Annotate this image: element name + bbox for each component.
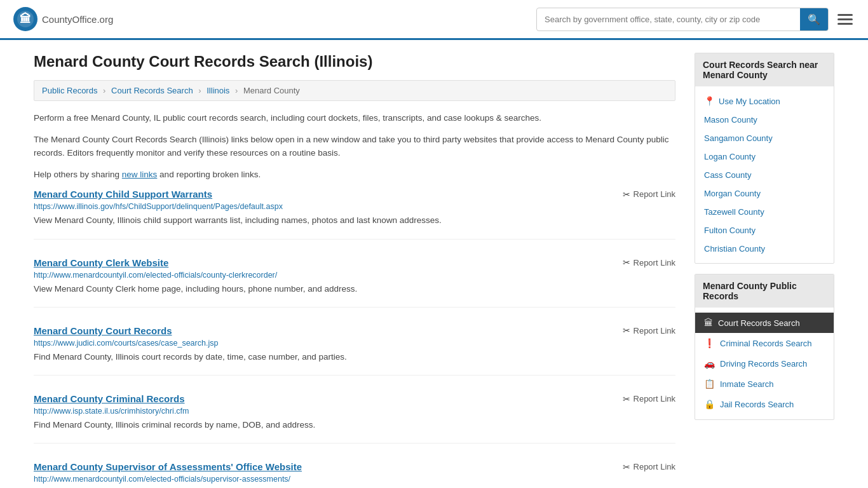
report-label: Report Link [634, 326, 675, 336]
nearby-county-link-5[interactable]: Tazewell County [695, 203, 834, 221]
result-title-link[interactable]: Menard County Court Records [34, 325, 172, 336]
report-icon: ✂ [623, 257, 630, 268]
result-title: Menard County Court Records [34, 325, 172, 336]
result-title: Menard County Child Support Warrants [34, 189, 212, 200]
breadcrumb-sep-2: › [198, 86, 201, 95]
public-records-section-body: 🏛Court Records Search❗Criminal Records S… [695, 308, 834, 419]
report-icon: ✂ [623, 394, 630, 404]
report-link-button[interactable]: ✂ Report Link [623, 462, 675, 472]
results-container: Menard County Child Support Warrants ✂ R… [34, 189, 675, 488]
breadcrumb-illinois[interactable]: Illinois [207, 86, 229, 95]
result-description: View Menard County Clerk home page, incl… [34, 283, 675, 295]
breadcrumb: Public Records › Court Records Search › … [34, 80, 675, 101]
result-header: Menard County Supervisor of Assessments'… [34, 461, 675, 472]
search-button[interactable]: 🔍 [800, 8, 828, 30]
hamburger-menu-button[interactable] [835, 11, 855, 27]
report-icon: ✂ [623, 462, 630, 472]
nearby-county-link-0[interactable]: Mason County [695, 111, 834, 129]
rec-label-3: Inmate Search [720, 379, 774, 389]
public-records-link-2[interactable]: 🚗Driving Records Search [695, 353, 834, 374]
menu-line-1 [837, 14, 853, 16]
public-records-section: Menard County Public Records 🏛Court Reco… [695, 274, 834, 420]
result-item: Menard County Child Support Warrants ✂ R… [34, 189, 675, 239]
nearby-county-link-7[interactable]: Christian County [695, 240, 834, 258]
report-icon: ✂ [623, 189, 630, 200]
public-records-list: 🏛Court Records Search❗Criminal Records S… [695, 313, 834, 414]
report-label: Report Link [634, 189, 675, 199]
result-description: Find Menard County, Illinois court recor… [34, 351, 675, 363]
result-description: View Menard County, Illinois child suppo… [34, 214, 675, 227]
nearby-section: Court Records Search near Menard County … [695, 53, 834, 264]
public-records-link-1[interactable]: ❗Criminal Records Search [695, 333, 834, 353]
result-item: Menard County Court Records ✂ Report Lin… [34, 325, 675, 376]
result-header: Menard County Criminal Records ✂ Report … [34, 393, 675, 404]
report-label: Report Link [634, 462, 675, 471]
rec-label-4: Jail Records Search [720, 400, 794, 409]
menu-line-3 [837, 23, 853, 25]
use-location-label: Use My Location [719, 97, 780, 106]
rec-label-1: Criminal Records Search [720, 339, 812, 348]
result-title-link[interactable]: Menard County Criminal Records [34, 393, 185, 404]
result-header: Menard County Clerk Website ✂ Report Lin… [34, 257, 675, 268]
pin-icon: 📍 [704, 96, 715, 106]
search-input[interactable] [537, 10, 800, 29]
breadcrumb-court-records-search[interactable]: Court Records Search [111, 86, 193, 95]
content-area: Menard County Court Records Search (Illi… [34, 53, 675, 488]
result-header: Menard County Child Support Warrants ✂ R… [34, 189, 675, 200]
result-title: Menard County Criminal Records [34, 393, 185, 404]
result-header: Menard County Court Records ✂ Report Lin… [34, 325, 675, 336]
header-right: 🔍 [536, 8, 855, 31]
sidebar: Court Records Search near Menard County … [695, 53, 834, 488]
new-links-link[interactable]: new links [122, 170, 158, 179]
nearby-county-link-2[interactable]: Logan County [695, 147, 834, 166]
nearby-county-link-4[interactable]: Morgan County [695, 184, 834, 203]
logo-area: 🏛 CountyOffice.org [13, 6, 113, 32]
result-url: https://www.judici.com/courts/cases/case… [34, 339, 675, 348]
nearby-section-header: Court Records Search near Menard County [695, 53, 834, 86]
menu-line-2 [837, 18, 853, 20]
public-records-link-4[interactable]: 🔒Jail Records Search [695, 394, 834, 414]
logo-icon: 🏛 [13, 6, 38, 32]
rec-label-2: Driving Records Search [720, 359, 807, 369]
rec-icon-4: 🔒 [704, 399, 715, 409]
result-title: Menard County Supervisor of Assessments'… [34, 461, 302, 472]
result-title-link[interactable]: Menard County Supervisor of Assessments'… [34, 461, 302, 472]
result-title-link[interactable]: Menard County Child Support Warrants [34, 189, 212, 200]
result-title-link[interactable]: Menard County Clerk Website [34, 257, 168, 268]
logo-text: CountyOffice.org [42, 13, 113, 26]
nearby-county-link-6[interactable]: Fulton County [695, 221, 834, 240]
rec-icon-3: 📋 [704, 379, 715, 389]
report-link-button[interactable]: ✂ Report Link [623, 394, 675, 404]
result-url: https://www.illinois.gov/hfs/ChildSuppor… [34, 202, 675, 211]
result-description: Find Menard County, Illinois criminal re… [34, 419, 675, 431]
rec-icon-0: 🏛 [704, 318, 713, 328]
use-my-location-link[interactable]: 📍 Use My Location [695, 92, 834, 111]
nearby-county-link-3[interactable]: Cass County [695, 166, 834, 184]
report-link-button[interactable]: ✂ Report Link [623, 189, 675, 200]
description-3: Help others by sharing new links and rep… [34, 168, 675, 182]
description-1: Perform a free Menard County, IL public … [34, 111, 675, 125]
public-records-link-3[interactable]: 📋Inmate Search [695, 374, 834, 394]
result-item: Menard County Supervisor of Assessments'… [34, 461, 675, 488]
report-link-button[interactable]: ✂ Report Link [623, 257, 675, 268]
result-url: http://www.isp.state.il.us/crimhistory/c… [34, 407, 675, 416]
report-label: Report Link [634, 394, 675, 403]
svg-text:🏛: 🏛 [20, 12, 31, 25]
result-url: http://www.menardcountyil.com/elected-of… [34, 271, 675, 280]
nearby-counties-list: Mason CountySangamon CountyLogan CountyC… [695, 111, 834, 258]
breadcrumb-public-records[interactable]: Public Records [42, 86, 97, 95]
nearby-section-body: 📍 Use My Location Mason CountySangamon C… [695, 86, 834, 263]
public-records-section-header: Menard County Public Records [695, 274, 834, 308]
result-item: Menard County Criminal Records ✂ Report … [34, 393, 675, 444]
description-2: The Menard County Court Records Search (… [34, 133, 675, 160]
report-icon: ✂ [623, 325, 630, 336]
rec-icon-1: ❗ [704, 338, 715, 348]
site-header: 🏛 CountyOffice.org 🔍 [0, 0, 868, 40]
page-title: Menard County Court Records Search (Illi… [34, 53, 675, 71]
report-link-button[interactable]: ✂ Report Link [623, 325, 675, 336]
rec-label-0: Court Records Search [718, 318, 800, 328]
nearby-county-link-1[interactable]: Sangamon County [695, 129, 834, 147]
public-records-link-0[interactable]: 🏛Court Records Search [695, 313, 834, 333]
result-item: Menard County Clerk Website ✂ Report Lin… [34, 257, 675, 308]
result-url: http://www.menardcountyil.com/elected-of… [34, 475, 675, 484]
